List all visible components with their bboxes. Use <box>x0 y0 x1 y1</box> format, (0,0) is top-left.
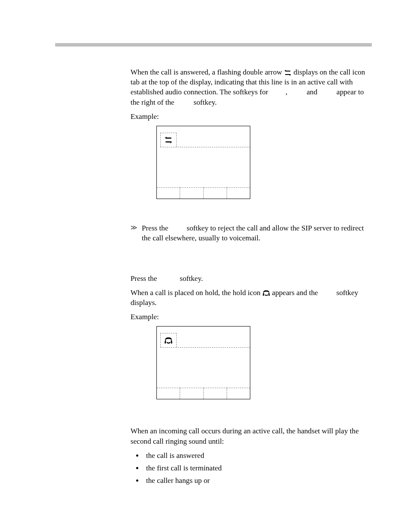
softkey-row <box>157 388 250 399</box>
softkey-2 <box>180 388 203 399</box>
softkey-2 <box>180 187 203 199</box>
paragraph: Press the softkey. <box>131 274 372 283</box>
double-arrow-icon <box>164 137 173 143</box>
document-page: When the call is answered, a flashing do… <box>0 0 411 532</box>
phone-screen-hold <box>156 326 250 399</box>
text: softkey. <box>193 98 217 106</box>
softkey-4 <box>227 187 250 199</box>
softkey-3 <box>204 388 227 399</box>
text: appears and the <box>272 289 320 297</box>
text: Press the <box>142 224 170 232</box>
step-glyph-icon: >> <box>131 223 138 243</box>
page-content: When the call is answered, a flashing do… <box>131 67 372 488</box>
tab-bar <box>160 333 250 348</box>
double-arrow-icon <box>284 70 292 76</box>
list-item: the call is answered <box>143 451 372 460</box>
phone-screen-active-call <box>156 126 250 199</box>
softkey-1 <box>157 388 180 399</box>
line-tab <box>160 133 177 147</box>
softkey-3 <box>204 187 227 199</box>
paragraph: When a call is placed on hold, the hold … <box>131 288 372 308</box>
tab-bar <box>160 133 250 147</box>
line-tab <box>160 333 177 347</box>
paragraph: When the call is answered, a flashing do… <box>131 67 372 107</box>
example-label: Example: <box>131 312 372 322</box>
text: softkey. <box>180 274 203 283</box>
text: When the call is answered, a flashing do… <box>131 68 284 76</box>
list-item: the caller hangs up or <box>143 476 372 485</box>
hold-icon <box>164 336 173 344</box>
bullet-list: the call is answered the first call is t… <box>131 451 372 486</box>
text: , <box>286 88 287 96</box>
list-item: the first call is terminated <box>143 463 372 473</box>
text: When a call is placed on hold, the hold … <box>131 289 262 297</box>
paragraph: When an incoming call occurs during an a… <box>131 426 372 446</box>
text: and <box>307 88 319 96</box>
procedure-step: >> Press the softkey to reject the call … <box>131 223 372 243</box>
softkey-4 <box>227 388 250 399</box>
step-body: Press the softkey to reject the call and… <box>142 223 372 243</box>
header-rule <box>55 43 372 47</box>
example-label: Example: <box>131 112 372 121</box>
text: softkey to reject the call and allow the… <box>142 224 364 242</box>
softkey-1 <box>157 187 180 199</box>
softkey-row <box>157 187 250 199</box>
text: Press the <box>131 274 159 283</box>
hold-icon <box>262 289 270 296</box>
